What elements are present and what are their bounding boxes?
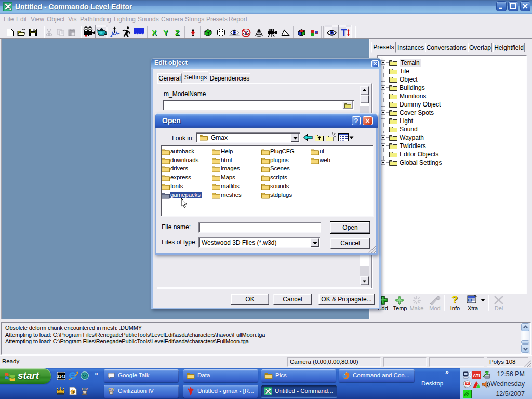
svg-text:CIV: CIV	[108, 388, 114, 391]
svg-text:ATI: ATI	[473, 373, 480, 378]
svg-text:2142: 2142	[57, 374, 65, 379]
